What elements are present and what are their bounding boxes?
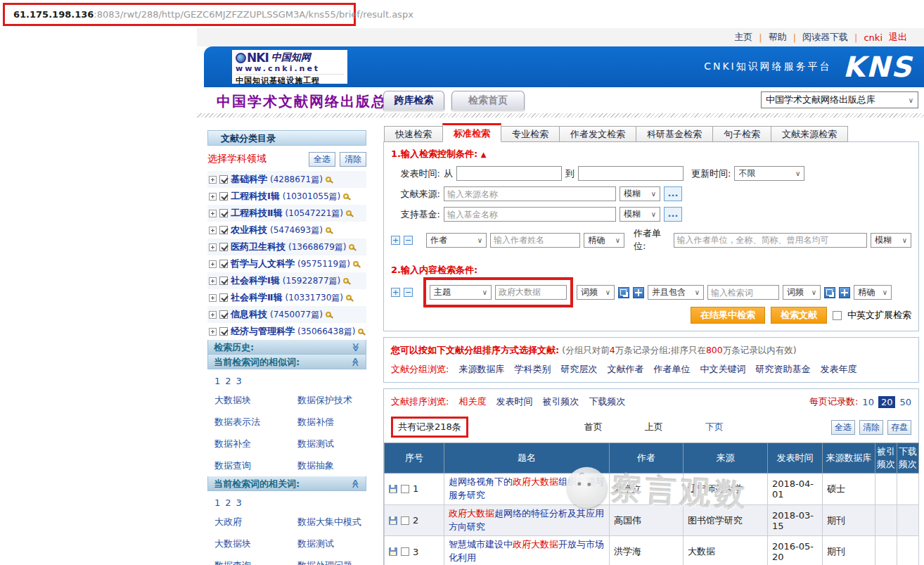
category-checkbox[interactable] — [219, 277, 228, 285]
category-checkbox[interactable] — [219, 192, 228, 201]
word-link[interactable]: 数据抽象 — [297, 459, 366, 472]
search-history-header[interactable]: 检索历史: ≫ — [207, 340, 366, 355]
paper-title-link[interactable]: 智慧城市建设中政府大数据开放与市场化利用 — [449, 539, 604, 563]
tab-sentence-search[interactable]: 句子检索 — [712, 126, 771, 142]
save-icon[interactable] — [389, 547, 397, 556]
expand-icon[interactable] — [209, 193, 217, 201]
fund-name-input[interactable] — [444, 207, 616, 222]
collapse-icon[interactable]: ▲ — [481, 151, 487, 158]
author-org-match-select[interactable]: 模糊∨ — [871, 233, 911, 248]
expand-icon[interactable] — [209, 210, 217, 217]
word-frequency2-select[interactable]: 词频∨ — [783, 285, 821, 300]
sort-option[interactable]: 被引频次 — [542, 395, 579, 408]
magnifier-icon[interactable] — [349, 244, 354, 250]
word-link[interactable]: 大数据块 — [214, 394, 297, 407]
pager-link[interactable]: 3 — [236, 376, 242, 386]
category-checkbox[interactable] — [219, 327, 228, 336]
expand-icon[interactable] — [209, 277, 217, 285]
magnifier-icon[interactable] — [353, 261, 359, 267]
category-label[interactable]: 基础科学 — [231, 173, 267, 186]
pub-date-to-input[interactable] — [578, 166, 684, 181]
tab-professional-search[interactable]: 专业检索 — [501, 126, 560, 142]
paper-title-link[interactable]: 超网络视角下的政府大数据组织管理与服务研究 — [449, 476, 604, 500]
category-label[interactable]: 农业科技 — [231, 224, 267, 236]
search-term-input[interactable] — [495, 285, 567, 300]
chevron-double-down-icon[interactable]: ≫ — [348, 343, 363, 352]
remove-row-button[interactable]: − — [404, 288, 413, 297]
word-relation-icon[interactable] — [839, 287, 850, 298]
search-in-results-button[interactable]: 在结果中检索 — [691, 307, 765, 324]
word-link[interactable]: 大政府 — [214, 516, 297, 528]
remove-row-button[interactable]: − — [404, 236, 413, 245]
category-checkbox[interactable] — [219, 293, 228, 302]
word-link[interactable]: 数据处理问题 — [297, 559, 366, 565]
group-link[interactable]: 来源数据库 — [458, 363, 504, 376]
utility-link[interactable]: 主页 — [734, 31, 752, 44]
chevron-double-up-icon[interactable]: ≫ — [348, 357, 363, 367]
word-link[interactable]: 数据查询 — [214, 459, 297, 472]
author-org-input[interactable] — [674, 233, 867, 248]
database-select[interactable]: 中国学术文献网络出版总库 ∨ — [761, 91, 918, 108]
next-page-link[interactable]: 下页 — [705, 421, 724, 433]
clear-button[interactable]: 清除 — [859, 420, 883, 435]
page-size-option[interactable]: 20 — [878, 396, 896, 408]
source-name-input[interactable] — [444, 186, 616, 201]
more-source-button[interactable]: ... — [664, 186, 682, 201]
row-checkbox[interactable] — [401, 516, 409, 525]
group-link[interactable]: 中文关键词 — [700, 363, 745, 376]
category-label[interactable]: 社会科学Ⅰ辑 — [231, 274, 280, 287]
source-cell[interactable]: 辽宁师范大学 — [684, 474, 768, 505]
sort-option[interactable]: 相关度 — [458, 395, 486, 408]
author-cell[interactable]: 高国伟 — [610, 504, 684, 536]
word-link[interactable]: 数据补偿 — [297, 416, 366, 428]
first-page-link[interactable]: 首页 — [584, 421, 603, 433]
url-bar[interactable]: 61.175.198.136:8083/rwt/288/http/GEZC6MJ… — [3, 3, 356, 26]
search-button[interactable]: 检索文献 — [771, 307, 827, 324]
group-link[interactable]: 研究层次 — [560, 363, 597, 376]
pager-link[interactable]: 1 — [214, 497, 220, 508]
utility-link[interactable]: 帮助 — [769, 31, 787, 44]
expand-icon[interactable] — [209, 328, 217, 336]
expand-icon[interactable] — [209, 227, 217, 234]
author-cell[interactable]: 龚掌立 — [610, 474, 684, 505]
pager-link[interactable]: 1 — [214, 376, 220, 386]
word-expand-icon[interactable] — [824, 287, 835, 298]
fund-match-select[interactable]: 模糊∨ — [620, 207, 660, 222]
row-checkbox[interactable] — [401, 485, 409, 493]
category-label[interactable]: 工程科技Ⅰ辑 — [231, 190, 280, 203]
word-expand-icon[interactable] — [618, 287, 629, 298]
magnifier-icon[interactable] — [343, 278, 349, 284]
category-checkbox[interactable] — [219, 260, 228, 268]
paper-title-link[interactable]: 政府大数据超网络的特征分析及其应用方向研究 — [449, 508, 604, 532]
cross-database-search-button[interactable]: 跨库检索 — [383, 91, 444, 110]
tab-standard-search[interactable]: 标准检索 — [442, 123, 501, 142]
word-link[interactable]: 数据表示法 — [214, 416, 297, 428]
sort-option[interactable]: 下载频次 — [589, 395, 625, 408]
related-words-header[interactable]: 当前检索词的相关词: ≫ — [207, 476, 366, 491]
category-checkbox[interactable] — [219, 226, 228, 234]
expand-icon[interactable] — [209, 260, 217, 268]
author-name-input[interactable] — [490, 233, 580, 248]
word-link[interactable]: 数据保护技术 — [297, 394, 366, 407]
cnki-logo[interactable]: NKI 中国知网 www.cnki.net 中国知识基础设施工程 — [232, 50, 347, 84]
pub-date-from-input[interactable] — [456, 166, 562, 181]
magnifier-icon[interactable] — [326, 177, 331, 182]
select-all-button[interactable]: 全选 — [309, 152, 335, 167]
magnifier-icon[interactable] — [326, 312, 331, 317]
save-button[interactable]: 存盘 — [887, 420, 911, 435]
tab-fund-search[interactable]: 科研基金检索 — [636, 126, 713, 142]
utility-link[interactable]: 阅读器下载 — [802, 31, 848, 44]
magnifier-icon[interactable] — [326, 227, 331, 233]
category-label[interactable]: 经济与管理科学 — [231, 325, 295, 338]
clear-button[interactable]: 清除 — [340, 152, 366, 167]
author-match-select[interactable]: 精确∨ — [584, 233, 624, 248]
word-link[interactable]: 数据大集中模式 — [297, 516, 366, 528]
magnifier-icon[interactable] — [346, 295, 352, 300]
tab-source-search[interactable]: 文献来源检索 — [771, 126, 848, 142]
group-link[interactable]: 文献作者 — [607, 363, 643, 376]
tab-author-search[interactable]: 作者发文检索 — [559, 126, 636, 142]
add-row-button[interactable]: + — [391, 288, 400, 297]
word-link[interactable]: 数据测试 — [297, 438, 366, 450]
prev-page-link[interactable]: 上页 — [645, 421, 663, 433]
group-link[interactable]: 研究资助基金 — [755, 363, 810, 376]
